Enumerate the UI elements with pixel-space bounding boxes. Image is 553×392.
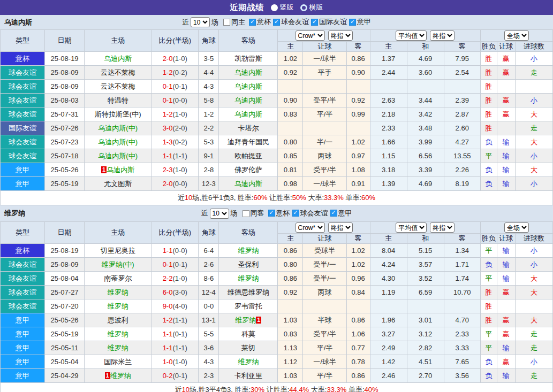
- score-fulltime: 0-1: [163, 96, 173, 104]
- odds-group-header: Crow* 终指: [278, 30, 370, 42]
- average-select[interactable]: 平均值: [396, 30, 427, 41]
- team-link[interactable]: 恩波利: [108, 316, 128, 324]
- table-row: 意甲25-05-261乌迪内斯2-3(1-0)2-8佛罗伦萨0.81受平/半1.…: [1, 163, 553, 177]
- result-handicap: 赢: [497, 66, 515, 80]
- odds-handicap: 受平/半: [303, 163, 346, 177]
- team-name: 乌迪内斯: [4, 18, 32, 27]
- team-link[interactable]: 科莫: [241, 330, 255, 338]
- league-label: 意杯: [276, 209, 290, 218]
- scope-select[interactable]: 全场: [504, 30, 529, 41]
- team-link[interactable]: 乌迪内斯: [234, 96, 262, 104]
- team-link[interactable]: 维罗纳(中): [102, 260, 134, 268]
- odds-handicap: 平手: [303, 66, 346, 80]
- home-team-cell: 乌迪内斯: [85, 52, 151, 66]
- league-checkbox[interactable]: 国际友谊: [311, 17, 347, 27]
- team-link[interactable]: 莱切: [241, 344, 255, 352]
- team-link[interactable]: 维罗纳: [110, 372, 131, 380]
- team-link[interactable]: 维德思维罗纳: [228, 288, 269, 296]
- same-venue-checkbox[interactable]: 同主: [223, 18, 245, 27]
- team-link[interactable]: 维罗纳: [108, 330, 128, 338]
- team-link[interactable]: 迪拜青年国民: [228, 138, 269, 146]
- team-link[interactable]: 切里尼奥拉: [101, 247, 135, 255]
- team-link[interactable]: 维罗纳: [238, 274, 259, 282]
- matches-table: 类型 日期 主场 比分(半场) 角球 客场 Crow* 终指 平均值: [0, 29, 553, 205]
- team-link[interactable]: 乌迪内斯: [104, 55, 132, 63]
- away-team-cell: 卡利亚里: [219, 369, 278, 383]
- result-winloss: 胜: [480, 299, 497, 313]
- team-link[interactable]: 罗韦雷托: [234, 302, 262, 310]
- score-halftime: (0-2): [172, 138, 187, 146]
- match-score: 1-1(1-1): [151, 149, 199, 163]
- team-link[interactable]: 尤文图斯: [104, 180, 132, 188]
- result-handicap: 赢: [497, 52, 515, 66]
- team-link[interactable]: 特温特: [108, 96, 128, 104]
- same-venue-checkbox[interactable]: 同客: [243, 209, 264, 218]
- league-checkbox[interactable]: 意杯: [249, 17, 271, 27]
- away-team-cell: 维罗纳: [219, 272, 278, 286]
- avg-home: 1.19: [370, 286, 407, 299]
- col-header-odds-away: 客: [346, 234, 370, 244]
- recent-results-panel: 近期战绩 竖版 横版 乌迪内斯 近 10 场 同主 意杯球会友谊国际友: [0, 0, 553, 392]
- league-checkbox[interactable]: 球会友谊: [273, 17, 309, 27]
- team-link[interactable]: 欧帕提亚: [234, 152, 262, 160]
- near-label: 近: [201, 209, 208, 218]
- team-section-home: 乌迪内斯 近 10 场 同主 意杯球会友谊国际友谊意甲: [0, 15, 553, 205]
- odds-handicap: 半/一: [303, 135, 346, 149]
- team-link[interactable]: 维罗纳: [108, 302, 128, 310]
- team-link[interactable]: 维罗纳: [238, 358, 259, 366]
- odds-away: 1.02: [346, 244, 370, 258]
- team-link[interactable]: 南蒂罗尔: [104, 274, 132, 282]
- bookmaker-select[interactable]: Crow*: [296, 30, 325, 41]
- team-link[interactable]: 维罗纳: [238, 247, 259, 255]
- avg-home: 3.18: [370, 163, 407, 177]
- table-row: 意甲25-05-19尤文图斯2-0(0-0)12-3乌迪内斯0.98一/球半0.…: [1, 177, 553, 191]
- layout-radio-horizontal[interactable]: 横版: [300, 3, 323, 12]
- team-link[interactable]: 佛罗伦萨: [234, 166, 262, 174]
- league-checkbox[interactable]: 意杯: [268, 209, 290, 218]
- odds-stage-select[interactable]: 终指: [328, 30, 353, 41]
- team-link[interactable]: 乌迪内斯(中): [98, 152, 138, 160]
- team-link[interactable]: 国际米兰: [104, 358, 132, 366]
- bookmaker-select[interactable]: Crow*: [296, 222, 325, 233]
- team-link[interactable]: 卡利亚里: [234, 372, 262, 380]
- match-score: 0-1(0-1): [151, 80, 199, 94]
- avg-draw: 3.44: [407, 94, 444, 107]
- team-link[interactable]: 乌迪内斯: [234, 68, 262, 76]
- team-link[interactable]: 云达不莱梅: [101, 68, 135, 76]
- team-link[interactable]: 斯特拉斯堡(中): [95, 110, 141, 118]
- league-checkbox[interactable]: 意甲: [330, 209, 352, 218]
- layout-radio-vertical[interactable]: 竖版: [271, 3, 294, 12]
- match-score: 3-0(2-0): [151, 121, 199, 135]
- league-checkbox[interactable]: 意甲: [349, 17, 371, 27]
- scope-select[interactable]: 全场: [504, 222, 529, 233]
- odds-home: 0.80: [278, 258, 303, 272]
- team-link[interactable]: 乌迪内斯(中): [98, 124, 138, 132]
- avg-home: 2.18: [370, 107, 407, 121]
- result-handicap: 输: [497, 369, 515, 383]
- corner-score: 13-1: [199, 313, 219, 327]
- match-score: 2-0(0-0): [151, 177, 199, 191]
- avg-draw: 6.59: [407, 286, 444, 299]
- team-link[interactable]: 圣保利: [238, 260, 259, 268]
- match-count-select[interactable]: 10: [191, 17, 210, 27]
- team-link[interactable]: 凯勒雷斯: [234, 55, 262, 63]
- team-link[interactable]: 卡塔尔: [238, 124, 259, 132]
- team-link[interactable]: 乌迪内斯: [234, 110, 262, 118]
- odds-stage-select[interactable]: 终指: [328, 222, 353, 233]
- team-link[interactable]: 乌迪内斯: [234, 82, 262, 90]
- team-link[interactable]: 维罗纳: [108, 344, 128, 352]
- corner-score: 4-4: [199, 66, 219, 80]
- team-link[interactable]: 乌迪内斯: [107, 166, 134, 174]
- avg-draw: 6.56: [407, 149, 444, 163]
- match-count-select[interactable]: 10: [210, 209, 229, 219]
- average-select[interactable]: 平均值: [396, 222, 427, 233]
- average-stage-select[interactable]: 终指: [430, 30, 454, 41]
- corner-score: 2-6: [199, 258, 219, 272]
- team-link[interactable]: 云达不莱梅: [101, 82, 135, 90]
- team-link[interactable]: 乌迪内斯(中): [98, 138, 138, 146]
- team-link[interactable]: 维罗纳: [235, 316, 256, 324]
- team-link[interactable]: 维罗纳: [108, 288, 128, 296]
- league-checkbox[interactable]: 球会友谊: [292, 209, 328, 218]
- team-link[interactable]: 乌迪内斯: [234, 180, 262, 188]
- average-stage-select[interactable]: 终指: [430, 222, 454, 233]
